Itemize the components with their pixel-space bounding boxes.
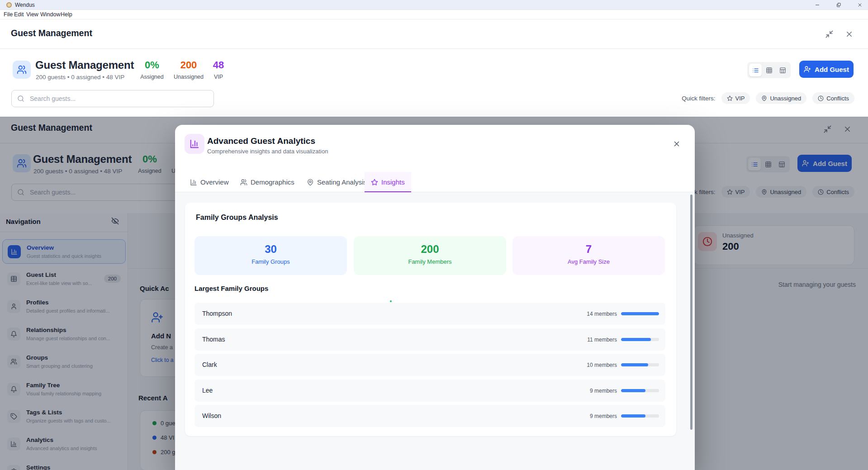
filter-pill-conflicts[interactable]: Conflicts	[812, 92, 854, 104]
menu-bar: FileEditViewWindowHelp	[0, 10, 868, 19]
add-guest-button[interactable]: Add Guest	[799, 61, 854, 78]
tab-insights[interactable]: Insights	[365, 172, 411, 192]
bar-chart-icon	[185, 134, 204, 154]
app-logo-icon	[6, 2, 12, 8]
stat-value: 30	[194, 243, 347, 256]
family-group-row-wilson: Wilson 9 members	[194, 405, 665, 427]
app-title: Wendus	[15, 2, 35, 8]
modal-content: Family Groups Analysis 30 Family Groups2…	[175, 192, 695, 470]
window-close-icon[interactable]	[854, 0, 866, 10]
family-group-row-thompson: Thompson 14 members	[194, 303, 665, 325]
user-plus-icon	[804, 66, 811, 73]
group-members: 14 members	[587, 311, 617, 317]
group-name: Wilson	[202, 412, 221, 419]
stat-label: Unassigned	[173, 74, 204, 80]
analysis-stat-family-members: 200 Family Members	[354, 236, 506, 275]
group-progress-bar	[621, 312, 659, 315]
view-mode-switcher	[747, 62, 791, 78]
stat-label: VIP	[207, 74, 230, 80]
group-progress-bar	[621, 363, 659, 366]
filter-pill-unassigned[interactable]: Unassigned	[756, 92, 806, 104]
family-group-row-clark: Clark 10 members	[194, 354, 665, 376]
app-window: Wendus FileEditViewWindowHelp Guest Mana…	[0, 0, 868, 470]
stat-label: Family Members	[354, 258, 506, 265]
group-members: 9 members	[590, 388, 617, 394]
list-view-icon[interactable]	[749, 64, 762, 76]
advanced-analytics-modal: Advanced Guest Analytics Comprehensive i…	[175, 125, 695, 470]
search-box	[11, 90, 214, 107]
hero-stat-assigned: 0% Assigned	[138, 59, 166, 80]
stat-value: 48	[207, 59, 230, 71]
family-group-row-lee: Lee 9 members	[194, 380, 665, 402]
table-view-icon[interactable]	[776, 64, 789, 76]
tab-overview[interactable]: Overview	[190, 172, 229, 192]
group-members: 11 members	[587, 337, 617, 343]
search-icon	[17, 95, 24, 102]
hero-subtitle: 200 guests • 0 assigned • 48 VIP	[36, 74, 124, 81]
panel-collapse-icon[interactable]	[825, 30, 834, 38]
stat-value: 200	[354, 243, 506, 256]
modal-title: Advanced Guest Analytics	[207, 136, 315, 146]
modal-subtitle: Comprehensive insights and data visualiz…	[207, 148, 328, 155]
window-minimize-icon[interactable]	[811, 0, 824, 10]
group-progress-bar	[621, 389, 659, 392]
hero-stat-unassigned: 200 Unassigned	[173, 59, 204, 80]
page-title: Guest Management	[11, 28, 92, 38]
family-group-row-thomas: Thomas 11 members	[194, 328, 665, 351]
quick-filters: Quick filters:VIPUnassignedConflicts	[682, 92, 854, 104]
menu-window[interactable]: Window	[40, 11, 60, 18]
os-titlebar: Wendus	[0, 0, 868, 10]
panel-close-icon[interactable]	[845, 30, 854, 38]
analysis-stat-avg-family-size: 7 Avg Family Size	[512, 236, 665, 275]
group-name: Lee	[202, 387, 213, 394]
modal-scrollbar[interactable]	[690, 195, 693, 430]
group-name: Thompson	[202, 310, 232, 317]
largest-groups-title: Largest Family Groups	[194, 285, 268, 292]
menu-file[interactable]: File	[4, 11, 13, 18]
tab-demographics[interactable]: Demographics	[240, 172, 294, 192]
group-progress-bar	[621, 414, 659, 418]
family-groups-analysis-card: Family Groups Analysis 30 Family Groups2…	[185, 203, 676, 436]
menu-help[interactable]: Help	[61, 11, 72, 18]
menu-view[interactable]: View	[26, 11, 38, 18]
window-restore-icon[interactable]	[832, 0, 845, 10]
group-members: 9 members	[590, 413, 617, 419]
hero-stat-vip: 48 VIP	[207, 59, 230, 80]
guest-management-icon	[13, 61, 31, 79]
modal-tabs: OverviewDemographicsSeating AnalysisInsi…	[175, 172, 695, 192]
tab-seating-analysis[interactable]: Seating Analysis	[307, 172, 367, 192]
quick-filters-label: Quick filters:	[682, 95, 715, 102]
menu-edit[interactable]: Edit	[14, 11, 24, 18]
grid-view-icon[interactable]	[763, 64, 775, 76]
stat-value: 200	[173, 59, 204, 71]
stat-label: Avg Family Size	[512, 258, 665, 265]
group-name: Thomas	[202, 336, 225, 343]
group-progress-bar	[621, 338, 659, 341]
stat-label: Assigned	[138, 74, 166, 80]
analysis-stat-family-groups: 30 Family Groups	[194, 236, 347, 275]
search-input[interactable]	[11, 90, 214, 107]
stat-label: Family Groups	[194, 258, 347, 265]
hero-title: Guest Management	[35, 59, 134, 71]
group-members: 10 members	[587, 362, 617, 368]
group-name: Clark	[202, 361, 217, 368]
filter-pill-vip[interactable]: VIP	[721, 92, 750, 104]
stray-green-dot	[390, 300, 392, 302]
stat-value: 7	[512, 243, 665, 256]
analysis-title: Family Groups Analysis	[196, 214, 278, 222]
modal-close-icon[interactable]	[669, 137, 684, 151]
stat-value: 0%	[138, 59, 166, 71]
